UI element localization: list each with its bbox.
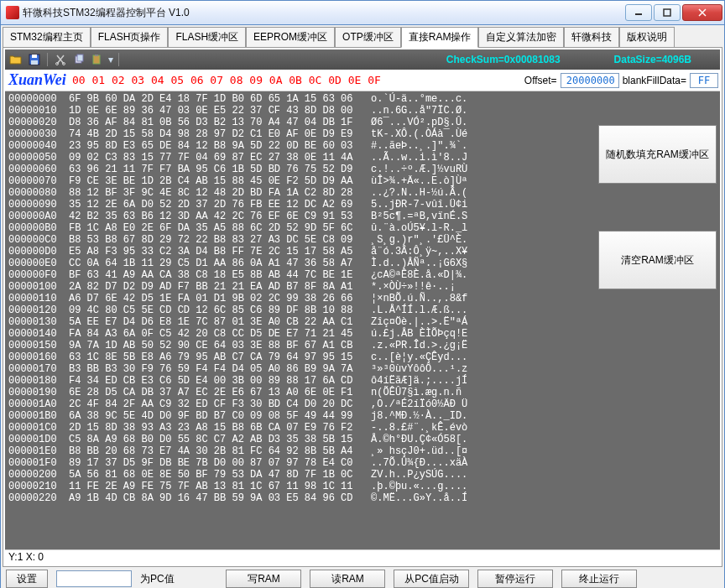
blankfill-label: blankFillData= (623, 75, 686, 86)
cut-icon[interactable] (53, 52, 68, 67)
hex-view[interactable]: 00000000 6F 9B 60 DA 2D E4 18 7F 1D B0 6… (5, 91, 595, 549)
hex-header: XuanWei 00 01 02 03 04 05 06 07 08 09 0A… (5, 70, 720, 91)
side-panel: 随机数填充RAM缓冲区 清空RAM缓冲区 (595, 91, 720, 549)
datasize-label: DataSize=4096B (614, 54, 691, 65)
cursor-pos: Y:1 X: 0 (5, 549, 720, 565)
read-ram-button[interactable]: 读RAM (310, 570, 385, 588)
checksum-label: CheckSum=0x00081083 (446, 54, 561, 65)
offset-label: Offset= (524, 75, 557, 86)
tab-4[interactable]: OTP缓冲区 (335, 27, 401, 47)
svg-rect-1 (664, 9, 670, 16)
tab-8[interactable]: 版权说明 (619, 27, 675, 47)
paste-icon[interactable] (90, 52, 105, 67)
stop-button[interactable]: 终止运行 (561, 570, 637, 588)
pause-button[interactable]: 暂停运行 (477, 570, 553, 588)
tab-6[interactable]: 自定义算法加密 (478, 27, 564, 47)
tab-panel: ▾ CheckSum=0x00081083 DataSize=4096B Xua… (3, 47, 722, 567)
write-ram-button[interactable]: 写RAM (226, 570, 301, 588)
offset-input[interactable] (561, 73, 619, 88)
tab-0[interactable]: STM32编程主页 (3, 27, 91, 47)
run-pc-button[interactable]: 从PC值启动 (394, 570, 469, 588)
svg-rect-6 (31, 60, 38, 65)
minimize-button[interactable] (625, 4, 652, 21)
copy-icon[interactable] (71, 52, 86, 67)
fill-ram-button[interactable]: 随机数填充RAM缓冲区 (598, 125, 717, 184)
svg-rect-10 (77, 55, 83, 61)
tabs: STM32编程主页FLASH页操作FLASH缓冲区EEPROM缓冲区OTP缓冲区… (1, 25, 724, 47)
tab-3[interactable]: EEPROM缓冲区 (246, 27, 335, 47)
svg-rect-12 (95, 55, 98, 56)
tab-7[interactable]: 轩微科技 (564, 27, 619, 47)
blankfill-input[interactable] (690, 73, 718, 88)
clear-ram-button[interactable]: 清空RAM缓冲区 (598, 231, 717, 289)
open-icon[interactable] (8, 52, 23, 67)
set-button[interactable]: 设置 (6, 570, 48, 588)
window-title: 轩微科技STM32编程器控制平台 V1.0 (23, 6, 623, 20)
titlebar: 轩微科技STM32编程器控制平台 V1.0 (0, 0, 725, 25)
save-icon[interactable] (27, 52, 42, 67)
brand-label: XuanWei (7, 71, 72, 89)
pc-label: 为PC值 (140, 572, 175, 586)
close-button[interactable] (682, 4, 722, 21)
tab-2[interactable]: FLASH缓冲区 (168, 27, 246, 47)
tab-5[interactable]: 直接RAM操作 (401, 27, 479, 48)
column-offsets: 00 01 02 03 04 05 06 07 08 09 0A 0B 0C 0… (72, 74, 381, 86)
action-bar: 设置 为PC值 写RAM 读RAM 从PC值启动 暂停运行 终止运行 (1, 567, 724, 588)
svg-rect-11 (93, 55, 100, 64)
svg-rect-5 (32, 55, 37, 58)
maximize-button[interactable] (654, 4, 681, 21)
pc-input[interactable] (56, 570, 132, 587)
tab-1[interactable]: FLASH页操作 (91, 27, 169, 47)
app-icon (6, 6, 19, 19)
toolbar: ▾ CheckSum=0x00081083 DataSize=4096B (5, 49, 720, 70)
